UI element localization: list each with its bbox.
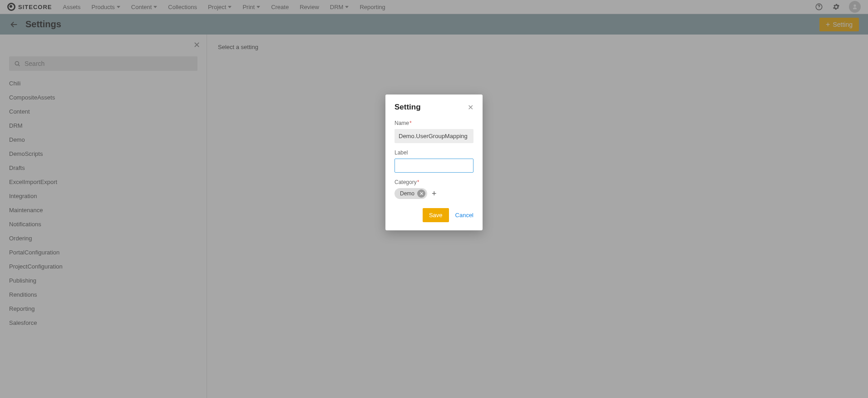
category-chip: Demo ✕	[395, 188, 427, 199]
label-label: Label	[395, 149, 473, 156]
name-input[interactable]	[395, 129, 473, 143]
setting-modal: Setting ✕ Name* Label Category* Demo ✕ +	[385, 95, 483, 230]
modal-title: Setting	[395, 103, 421, 112]
save-button[interactable]: Save	[423, 208, 449, 222]
modal-overlay[interactable]: Setting ✕ Name* Label Category* Demo ✕ +	[0, 0, 868, 398]
chip-remove-icon[interactable]: ✕	[417, 189, 425, 198]
cancel-button[interactable]: Cancel	[455, 212, 473, 219]
modal-close-icon[interactable]: ✕	[468, 103, 473, 112]
name-label: Name*	[395, 120, 473, 126]
category-label: Category*	[395, 179, 473, 185]
label-input[interactable]	[395, 159, 473, 173]
category-chip-label: Demo	[400, 190, 414, 197]
add-category-icon[interactable]: +	[432, 189, 437, 199]
